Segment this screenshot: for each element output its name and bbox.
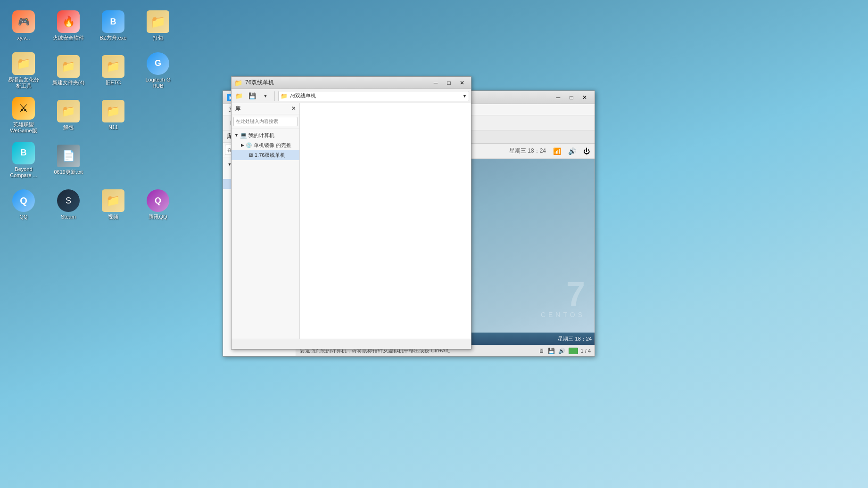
explorer-minimize-btn[interactable]: ─	[430, 78, 442, 88]
vm-header-net-icon: 📶	[553, 147, 561, 155]
qqtx-icon: Q	[147, 189, 169, 212]
exp-label-76single: 1.76双线单机	[255, 152, 285, 159]
vm-header-sound-icon: 🔊	[568, 147, 576, 155]
exp-icon-mirror: 💿	[246, 142, 252, 148]
vm-status-icon-3[interactable]: 🔊	[558, 347, 566, 355]
explorer-tree: ▼ 💻 我的计算机 ▶ 💿 单机镜像 的壳推 🖥 1.76双线单机	[231, 129, 299, 339]
desktop-icon-yy[interactable]: 📁 易语言文化分析工具	[5, 49, 42, 92]
beyondcompare-label: Beyond Compare ...	[7, 166, 40, 179]
explorer-folder-btn[interactable]: 📁	[233, 91, 245, 101]
pack-icon: 📁	[147, 10, 169, 33]
steam-label: Steam	[61, 214, 76, 220]
explorer-dropdown-btn[interactable]: ▼	[260, 91, 271, 101]
explorer-maximize-btn[interactable]: □	[443, 78, 455, 88]
explorer-toolbar: 📁 💾 ▼ 📁 76双线单机 ▼	[231, 89, 471, 103]
vmware-maximize-button[interactable]: □	[565, 93, 578, 102]
exp-label-mypc: 我的计算机	[248, 132, 274, 139]
vmware-close-button[interactable]: ✕	[579, 93, 591, 102]
explorer-status-bar	[231, 339, 471, 349]
txt0619-icon: 📄	[57, 145, 80, 167]
desktop-icon-newfolder4[interactable]: 📁 新建文件夹(4)	[50, 49, 87, 92]
explorer-content: 库 ✕ ▼ 💻 我的计算机 ▶ 💿 单机镜像 的壳推	[231, 103, 471, 339]
vm-header-time: 星期三 18：24	[509, 147, 546, 155]
oldetc-icon: 📁	[102, 55, 124, 78]
explorer-breadcrumb-icon: 📁	[281, 93, 288, 99]
vm-header-power-icon: ⏻	[583, 147, 590, 155]
newfolder4-label: 新建文件夹(4)	[52, 80, 84, 86]
video-label: 视频	[108, 214, 118, 220]
n11-label: N11	[108, 124, 118, 130]
centos-number: 7	[541, 277, 585, 311]
desktop-icon-huorong[interactable]: 🔥 火绒安全软件	[50, 5, 87, 47]
desktop-icon-lol[interactable]: ⚔ 英雄联盟WeGame版	[5, 94, 42, 137]
centos-watermark: 7 CENTOS	[541, 277, 585, 318]
centos-text: CENTOS	[541, 311, 585, 318]
bz-icon: B	[102, 10, 124, 33]
desktop-icon-steam[interactable]: S Steam	[50, 184, 87, 226]
vm-status-icon-4[interactable]	[569, 348, 578, 354]
logitech-icon: G	[147, 52, 169, 75]
explorer-address-text: 76双线单机	[289, 92, 316, 99]
exp-tree-mirror[interactable]: ▶ 💿 单机镜像 的壳推	[231, 140, 299, 150]
xyv-label: xy.v...	[17, 35, 30, 41]
explorer-title-label: 76双线单机	[245, 79, 274, 87]
explorer-sidebar-header: 库 ✕	[231, 103, 299, 114]
desktop-icon-video[interactable]: 📁 视频	[94, 184, 132, 226]
explorer-titlebar: 📁 76双线单机 ─ □ ✕	[231, 77, 471, 89]
n11-icon: 📁	[102, 100, 124, 122]
yy-label: 易语言文化分析工具	[7, 77, 40, 89]
explorer-window: 📁 76双线单机 ─ □ ✕ 📁 💾 ▼ 📁 76双线单机 ▼	[231, 76, 471, 350]
exp-expand-mypc: ▼	[234, 133, 239, 138]
explorer-sidebar-title: 库	[235, 105, 240, 112]
exp-icon-mypc: 💻	[240, 132, 247, 138]
desktop-icon-oldetc[interactable]: 📁 旧ETC	[94, 49, 132, 92]
desktop-icon-qqtx[interactable]: Q 腾讯QQ	[139, 184, 177, 226]
desktop-icon-beyondcompare[interactable]: B Beyond Compare ...	[5, 139, 42, 181]
video-icon: 📁	[102, 189, 124, 212]
lol-label: 英雄联盟WeGame版	[7, 122, 40, 134]
desktop-icon-logitech[interactable]: G Logitech G HUB	[139, 49, 177, 92]
yy-icon: 📁	[12, 52, 35, 75]
oldetc-label: 旧ETC	[106, 80, 121, 86]
desktop-icon-bz[interactable]: B BZ方舟.exe	[94, 5, 132, 47]
desktop-icon-unpack[interactable]: 📁 解包	[50, 94, 87, 137]
vm-status-icon-2[interactable]: 💾	[548, 347, 555, 355]
desktop-icon-xyv[interactable]: 🎮 xy.v...	[5, 5, 42, 47]
huorong-icon: 🔥	[57, 10, 80, 33]
huorong-label: 火绒安全软件	[53, 35, 84, 41]
qq-label: QQ	[19, 214, 27, 220]
qq-icon: Q	[12, 189, 35, 212]
desktop-icon-txt0619[interactable]: 📄 0619更新.txt	[50, 139, 87, 181]
txt0619-label: 0619更新.txt	[54, 169, 83, 175]
explorer-main-area[interactable]	[300, 103, 471, 339]
explorer-save-btn[interactable]: 💾	[247, 91, 258, 101]
explorer-close-btn[interactable]: ✕	[456, 78, 468, 88]
explorer-sidebar-close[interactable]: ✕	[291, 106, 296, 112]
vmware-minimize-button[interactable]: ─	[552, 93, 564, 102]
desktop-icon-pack[interactable]: 📁 打包	[139, 5, 177, 47]
newfolder4-icon: 📁	[57, 55, 80, 78]
unpack-label: 解包	[63, 124, 74, 130]
vm-status-right: 🖥 💾 🔊 1 / 4	[537, 347, 591, 355]
exp-label-mirror: 单机镜像 的壳推	[254, 142, 291, 149]
explorer-address-dropdown[interactable]: ▼	[463, 94, 467, 98]
explorer-search-input[interactable]	[233, 117, 298, 126]
explorer-search-area	[231, 114, 299, 129]
vmware-window-controls: ─ □ ✕	[552, 93, 591, 102]
exp-tree-mypc[interactable]: ▼ 💻 我的计算机	[231, 130, 299, 140]
desktop-icons-grid: 🎮 xy.v... 🔥 火绒安全软件 B BZ方舟.exe 📁 打包 📁 易语言…	[0, 0, 198, 488]
desktop: 🎮 xy.v... 🔥 火绒安全软件 B BZ方舟.exe 📁 打包 📁 易语言…	[0, 0, 868, 488]
desktop-icon-qq[interactable]: Q QQ	[5, 184, 42, 226]
exp-tree-76single[interactable]: 🖥 1.76双线单机	[231, 150, 299, 160]
beyondcompare-icon: B	[12, 142, 35, 164]
vm-taskbar-time: 星期三 18：24	[558, 335, 592, 342]
unpack-icon: 📁	[57, 100, 80, 122]
vm-status-icon-1[interactable]: 🖥	[537, 347, 545, 355]
desktop-icon-n11[interactable]: 📁 N11	[94, 94, 132, 137]
explorer-title-text: 📁 76双线单机	[234, 79, 274, 87]
vm-taskbar-right: 星期三 18：24	[558, 335, 592, 342]
pack-label: 打包	[153, 35, 163, 41]
explorer-sidebar: 库 ✕ ▼ 💻 我的计算机 ▶ 💿 单机镜像 的壳推	[231, 103, 300, 339]
explorer-address-bar[interactable]: 📁 76双线单机 ▼	[278, 91, 469, 101]
explorer-window-controls: ─ □ ✕	[430, 78, 468, 88]
